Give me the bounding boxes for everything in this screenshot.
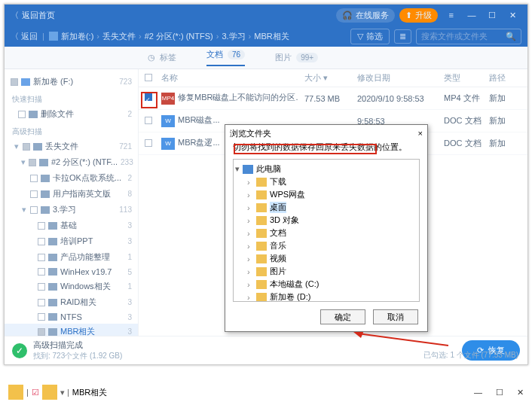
- row-checkbox[interactable]: [145, 139, 152, 147]
- menu-icon[interactable]: ≡: [442, 11, 460, 20]
- sidebar-item-lost[interactable]: ▾丢失文件721: [5, 139, 138, 154]
- back-home-button[interactable]: 〈 返回首页: [11, 10, 55, 21]
- folder-icon: [256, 254, 267, 263]
- scan-stats: 找到: 723个文件 (1.92 GB): [33, 351, 122, 361]
- folder-icon: [256, 267, 267, 276]
- folder-icon: [256, 203, 267, 212]
- disk-icon: [21, 78, 30, 86]
- col-path[interactable]: 路径: [483, 72, 527, 84]
- tag-icon: ◷: [148, 53, 155, 62]
- folder-icon: [256, 216, 267, 225]
- folder-icon: [256, 242, 267, 251]
- folder-tree-item[interactable]: ›下载: [235, 175, 417, 188]
- column-headers: 名称 大小 ▾ 修改日期 类型 路径: [139, 69, 527, 87]
- maximize-button[interactable]: ☐: [483, 11, 501, 20]
- close-button[interactable]: ✕: [503, 11, 521, 20]
- row-checkbox[interactable]: ✓: [145, 93, 152, 101]
- sidebar-item[interactable]: 用户指南英文版8: [5, 186, 138, 202]
- selection-info: 已勾选: 1 个文件 (77.53 MB): [423, 350, 518, 361]
- tb-minimize[interactable]: —: [474, 388, 482, 397]
- folder-icon: [256, 293, 267, 302]
- sidebar-section-adv: 高级扫描: [5, 122, 138, 139]
- search-input[interactable]: 搜索文件或文件夹🔍: [416, 29, 521, 44]
- folder-tree-item[interactable]: ›音乐: [235, 239, 417, 252]
- complete-icon: ✓: [12, 343, 27, 358]
- tab-tag[interactable]: ◷标签: [148, 52, 176, 63]
- disk-icon: [49, 32, 58, 41]
- folder-icon[interactable]: [8, 385, 23, 400]
- tab-document[interactable]: 文档76: [206, 49, 245, 66]
- sidebar-item[interactable]: NTFS3: [5, 310, 138, 324]
- view-tabs: ◷标签 文档76 图片99+: [5, 47, 527, 69]
- search-icon: 🔍: [506, 32, 516, 41]
- taskbar: | ☑ ▾ | MBR相关 — ☐ ✕: [4, 380, 528, 404]
- dialog-title: 浏览文件夹: [230, 128, 271, 139]
- sidebar-item[interactable]: 产品功能整理1: [5, 249, 138, 265]
- minimize-button[interactable]: —: [463, 11, 481, 20]
- toolbar: 〈 返回 | 新加卷(:)› 丢失文件› #2 分区(*:) (NTFS)› 3…: [5, 26, 527, 47]
- sidebar-item-partition[interactable]: ▾#2 分区(*:) (NTF...233: [5, 154, 138, 170]
- dialog-close-button[interactable]: ×: [418, 129, 423, 138]
- sidebar-section-quick: 快速扫描: [5, 90, 138, 106]
- collapse-icon[interactable]: ▾: [14, 142, 20, 151]
- tb-close[interactable]: ✕: [517, 388, 524, 397]
- col-date[interactable]: 修改日期: [351, 72, 438, 84]
- sidebar-item[interactable]: 培训PPT3: [5, 233, 138, 249]
- taskbar-title: MBR相关: [72, 387, 107, 398]
- folder-tree-item[interactable]: ›本地磁盘 (C:): [235, 278, 417, 291]
- filter-button[interactable]: ▽筛选: [350, 29, 390, 44]
- folder-tree[interactable]: ▾此电脑 ›下载›WPS网盘›桌面›3D 对象›文档›音乐›视频›图片›本地磁盘…: [233, 159, 420, 302]
- folder-tree-item[interactable]: ›视频: [235, 252, 417, 265]
- folder-tree-item[interactable]: ›文档: [235, 227, 417, 239]
- folder-icon: [256, 190, 267, 199]
- folder-tree-item[interactable]: ›新加卷 (D:): [235, 291, 417, 302]
- sidebar-item[interactable]: MBR相关3: [5, 324, 138, 336]
- sidebar-item-deleted[interactable]: 删除文件2: [5, 106, 138, 122]
- view-toggle-button[interactable]: ≣: [394, 29, 411, 44]
- checkbox[interactable]: [11, 78, 18, 86]
- rocket-icon: ⬆: [405, 11, 412, 20]
- nav-back-button[interactable]: 〈 返回: [11, 31, 38, 42]
- pc-icon: [243, 165, 253, 174]
- tab-image[interactable]: 图片99+: [275, 52, 318, 63]
- ok-button[interactable]: 确定: [320, 309, 365, 324]
- online-service-button[interactable]: 🎧在线服务: [336, 8, 395, 23]
- col-name[interactable]: 名称: [155, 72, 298, 84]
- sidebar-item[interactable]: RAID相关3: [5, 294, 138, 310]
- folder-icon: [256, 178, 267, 187]
- scan-status: 高级扫描完成: [33, 339, 122, 351]
- tb-maximize[interactable]: ☐: [496, 388, 503, 397]
- footer: ✓ 高级扫描完成找到: 723个文件 (1.92 GB) ⟳恢复 已勾选: 1 …: [5, 336, 527, 364]
- sidebar: 新加卷 (F:)723 快速扫描 删除文件2 高级扫描 ▾丢失文件721 ▾#2…: [5, 69, 139, 336]
- file-icon: W: [161, 138, 175, 150]
- select-all-checkbox[interactable]: [145, 74, 152, 81]
- folder-tree-item[interactable]: ›WPS网盘: [235, 188, 417, 201]
- sidebar-item[interactable]: 卡拉OK点歌系统...2: [5, 170, 138, 186]
- folder-icon: [256, 280, 267, 289]
- col-type[interactable]: 类型: [438, 72, 483, 84]
- cancel-button[interactable]: 取消: [373, 309, 418, 324]
- sidebar-item[interactable]: Windows相关1: [5, 279, 138, 294]
- row-checkbox[interactable]: [145, 117, 152, 124]
- folder-tree-item[interactable]: ›3D 对象: [235, 214, 417, 227]
- back-arrow-icon: 〈: [11, 10, 19, 21]
- browse-folder-dialog: 浏览文件夹× 切勿将找到的数据保存回原来丢失数据的位置。 ▾此电脑 ›下载›WP…: [225, 124, 428, 332]
- folder-icon[interactable]: [42, 385, 57, 400]
- upgrade-button[interactable]: ⬆升级: [399, 8, 438, 23]
- funnel-icon: ▽: [357, 32, 363, 41]
- breadcrumb[interactable]: 新加卷(:)› 丢失文件› #2 分区(*:) (NTFS)› 3.学习› MB…: [49, 31, 289, 42]
- file-icon: MP4: [161, 93, 175, 105]
- sidebar-item[interactable]: ▾3.学习113: [5, 202, 138, 218]
- headset-icon: 🎧: [342, 11, 353, 20]
- dialog-hint: 切勿将找到的数据保存回原来丢失数据的位置。: [233, 142, 407, 151]
- folder-tree-item[interactable]: ›图片: [235, 265, 417, 278]
- titlebar: 〈 返回首页 🎧在线服务 ⬆升级 ≡ — ☐ ✕: [5, 5, 527, 26]
- sidebar-item[interactable]: 基础3: [5, 218, 138, 233]
- file-icon: W: [161, 115, 175, 127]
- file-row[interactable]: ✓MP4修复MBR磁盘上不能访问的分区.mp477.53 MB2020/9/10…: [139, 87, 527, 110]
- sidebar-item[interactable]: WinHex v19.75: [5, 265, 138, 279]
- col-size[interactable]: 大小 ▾: [298, 72, 351, 84]
- sidebar-root[interactable]: 新加卷 (F:)723: [5, 74, 138, 90]
- folder-tree-item[interactable]: ›桌面: [235, 201, 417, 214]
- back-home-label: 返回首页: [22, 10, 55, 21]
